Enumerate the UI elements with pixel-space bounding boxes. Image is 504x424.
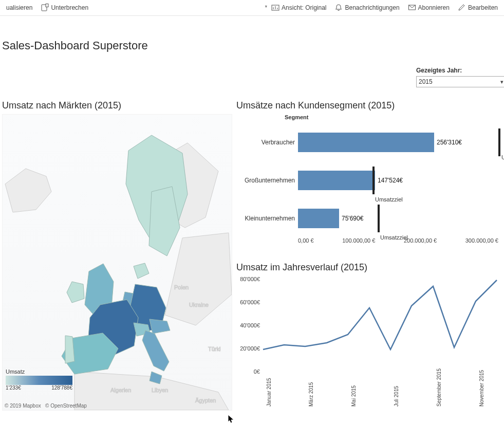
reset-asterisk-icon: * — [265, 4, 267, 11]
segment-header: Segment — [285, 114, 501, 120]
bar-row: Kleinunternehmen 75'690€ Umsatzziel — [236, 199, 501, 237]
europe-map-icon: Polen Ukraine Türki Algerien Libyen Ägyp… — [3, 115, 232, 410]
line-x-axis: Januar 2015 März 2015 Mai 2015 Juli 2015… — [263, 375, 497, 411]
cursor-icon — [228, 414, 235, 423]
svg-rect-1 — [46, 4, 48, 7]
line-chart[interactable]: 80'000€ 60'000€ 40'000€ 20'000€ 0€ Janua… — [236, 276, 501, 410]
map-scale-max: 128'788€ — [51, 385, 72, 391]
edit-button[interactable]: Bearbeiten — [455, 3, 501, 13]
segment-title: Umsätze nach Kundensegment (2015) — [236, 100, 501, 111]
bar-value: 75'690€ — [342, 215, 363, 222]
map-legend-gradient — [6, 376, 72, 385]
pause-icon — [41, 4, 49, 12]
x-tick: Juli 2015 — [394, 386, 399, 407]
view-icon — [271, 4, 279, 12]
bar-goal-marker — [498, 128, 500, 156]
svg-text:Ägypten: Ägypten — [195, 397, 216, 403]
bar-goal-label: Umsatzziel — [375, 196, 403, 202]
map-credit-mapbox: © 2019 Mapbox — [5, 403, 41, 409]
line-panel: Umsatz im Jahresverlauf (2015) 80'000€ 6… — [236, 262, 501, 410]
bar-value: 256'310€ — [437, 139, 462, 146]
map-credit-osm: © OpenStreetMap — [45, 403, 87, 409]
bar-goal-label: Umsatzziel — [501, 154, 502, 160]
svg-text:Algerien: Algerien — [110, 387, 131, 393]
x-tick: Mai 2015 — [351, 385, 357, 407]
line-plot-svg — [263, 279, 497, 372]
x-tick: 0,00 € — [298, 237, 314, 247]
bar-value: 147'524€ — [378, 177, 403, 184]
year-filter: Gezeigtes Jahr: 2015 — [416, 67, 501, 87]
bar-goal-marker — [372, 167, 375, 194]
svg-text:Ukraine: Ukraine — [189, 302, 209, 308]
subscribe-label: Abonnieren — [418, 4, 450, 11]
bar-category: Verbraucher — [236, 139, 298, 146]
bar-category: Kleinunternehmen — [236, 215, 298, 222]
view-label: Ansicht: Original — [282, 4, 326, 11]
y-tick: 60'000€ — [240, 299, 260, 305]
bar-fill — [298, 209, 339, 228]
x-tick: September 2015 — [436, 368, 442, 407]
pause-button[interactable]: Unterbrechen — [38, 3, 91, 13]
pause-label: Unterbrechen — [51, 4, 88, 11]
toolbar: ualisieren Unterbrechen * Ansicht: Origi… — [0, 0, 504, 16]
year-filter-select[interactable]: 2015 — [416, 76, 504, 87]
segment-panel: Umsätze nach Kundensegment (2015) Segmen… — [236, 100, 501, 253]
subscribe-button[interactable]: Abonnieren — [405, 3, 453, 13]
map-view[interactable]: Polen Ukraine Türki Algerien Libyen Ägyp… — [2, 114, 232, 411]
bar-row: Verbraucher 256'310€ Umsatzziel — [236, 123, 501, 161]
visualize-button[interactable]: ualisieren — [3, 3, 35, 12]
view-button[interactable]: Ansicht: Original — [268, 3, 329, 13]
svg-text:Türki: Türki — [208, 346, 220, 352]
alerts-button[interactable]: Benachrichtigungen — [331, 3, 402, 13]
map-scale-min: 1'233€ — [6, 385, 21, 391]
x-tick: Januar 2015 — [266, 378, 272, 407]
y-tick: 0€ — [254, 368, 260, 375]
alerts-label: Benachrichtigungen — [345, 4, 399, 11]
map-panel: Umsatz nach Märkten (2015) Polen Ukraine… — [2, 100, 231, 411]
edit-label: Bearbeiten — [468, 4, 498, 11]
map-title: Umsatz nach Märkten (2015) — [2, 100, 231, 111]
bar-fill — [298, 171, 375, 190]
x-tick: November 2015 — [479, 370, 484, 407]
y-tick: 20'000€ — [240, 345, 260, 352]
x-tick: 300.000,00 € — [465, 237, 498, 247]
bell-icon — [334, 4, 343, 12]
envelope-icon — [408, 4, 416, 12]
bar-goal-label: Umsatzziel — [380, 234, 408, 241]
dashboard-title: Sales-Dashboard Superstore — [2, 39, 504, 52]
map-legend: Umsatz 1'233€ 128'788€ — [6, 368, 72, 391]
line-y-axis: 80'000€ 60'000€ 40'000€ 20'000€ 0€ — [236, 279, 262, 372]
svg-text:Polen: Polen — [174, 284, 189, 290]
y-tick: 80'000€ — [240, 276, 260, 282]
y-tick: 40'000€ — [240, 322, 260, 328]
year-filter-label: Gezeigtes Jahr: — [416, 67, 501, 74]
map-credit: © 2019 Mapbox © OpenStreetMap — [5, 403, 87, 409]
line-title: Umsatz im Jahresverlauf (2015) — [236, 262, 501, 273]
bar-goal-marker — [378, 205, 380, 232]
year-filter-value: 2015 — [419, 78, 433, 85]
map-legend-title: Umsatz — [6, 368, 72, 375]
segment-chart[interactable]: Segment Verbraucher 256'310€ Umsatzziel … — [236, 114, 501, 253]
svg-text:Libyen: Libyen — [152, 387, 168, 393]
bar-fill — [298, 133, 434, 152]
bar-category: Großunternehmen — [236, 177, 298, 184]
bar-row: Großunternehmen 147'524€ Umsatzziel — [236, 161, 501, 199]
x-tick: 200.000,00 € — [404, 237, 437, 247]
x-tick: 100.000,00 € — [342, 237, 375, 247]
pencil-icon — [458, 4, 466, 12]
x-tick: März 2015 — [308, 382, 314, 407]
